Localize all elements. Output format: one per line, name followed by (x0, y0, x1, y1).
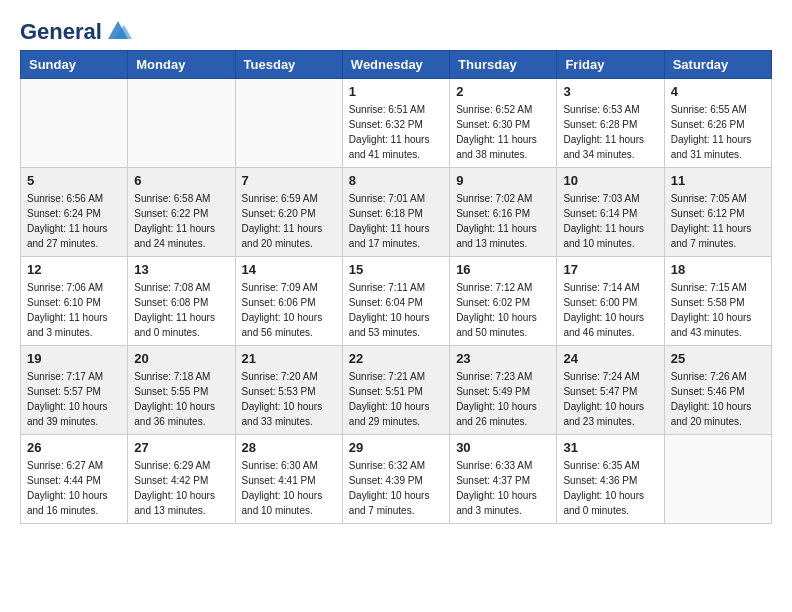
day-info: Sunrise: 7:18 AM Sunset: 5:55 PM Dayligh… (134, 369, 228, 429)
day-info: Sunrise: 7:23 AM Sunset: 5:49 PM Dayligh… (456, 369, 550, 429)
logo: General (20, 20, 132, 40)
calendar-cell: 7Sunrise: 6:59 AM Sunset: 6:20 PM Daylig… (235, 168, 342, 257)
calendar-week-1: 1Sunrise: 6:51 AM Sunset: 6:32 PM Daylig… (21, 79, 772, 168)
calendar-cell: 11Sunrise: 7:05 AM Sunset: 6:12 PM Dayli… (664, 168, 771, 257)
calendar-cell: 25Sunrise: 7:26 AM Sunset: 5:46 PM Dayli… (664, 346, 771, 435)
day-info: Sunrise: 6:58 AM Sunset: 6:22 PM Dayligh… (134, 191, 228, 251)
day-number: 19 (27, 351, 121, 366)
day-info: Sunrise: 7:21 AM Sunset: 5:51 PM Dayligh… (349, 369, 443, 429)
calendar-cell: 26Sunrise: 6:27 AM Sunset: 4:44 PM Dayli… (21, 435, 128, 524)
calendar-cell: 22Sunrise: 7:21 AM Sunset: 5:51 PM Dayli… (342, 346, 449, 435)
day-info: Sunrise: 7:15 AM Sunset: 5:58 PM Dayligh… (671, 280, 765, 340)
day-header-tuesday: Tuesday (235, 51, 342, 79)
calendar-cell (235, 79, 342, 168)
day-number: 5 (27, 173, 121, 188)
day-info: Sunrise: 7:11 AM Sunset: 6:04 PM Dayligh… (349, 280, 443, 340)
day-header-monday: Monday (128, 51, 235, 79)
day-number: 25 (671, 351, 765, 366)
calendar-cell: 4Sunrise: 6:55 AM Sunset: 6:26 PM Daylig… (664, 79, 771, 168)
day-info: Sunrise: 6:30 AM Sunset: 4:41 PM Dayligh… (242, 458, 336, 518)
day-info: Sunrise: 7:24 AM Sunset: 5:47 PM Dayligh… (563, 369, 657, 429)
day-number: 2 (456, 84, 550, 99)
day-number: 27 (134, 440, 228, 455)
day-info: Sunrise: 7:12 AM Sunset: 6:02 PM Dayligh… (456, 280, 550, 340)
logo-icon (104, 21, 132, 39)
day-number: 29 (349, 440, 443, 455)
calendar-cell: 1Sunrise: 6:51 AM Sunset: 6:32 PM Daylig… (342, 79, 449, 168)
day-number: 20 (134, 351, 228, 366)
day-header-friday: Friday (557, 51, 664, 79)
day-number: 31 (563, 440, 657, 455)
day-info: Sunrise: 6:56 AM Sunset: 6:24 PM Dayligh… (27, 191, 121, 251)
calendar-cell: 27Sunrise: 6:29 AM Sunset: 4:42 PM Dayli… (128, 435, 235, 524)
day-info: Sunrise: 6:51 AM Sunset: 6:32 PM Dayligh… (349, 102, 443, 162)
day-number: 21 (242, 351, 336, 366)
day-number: 9 (456, 173, 550, 188)
day-info: Sunrise: 7:20 AM Sunset: 5:53 PM Dayligh… (242, 369, 336, 429)
day-number: 13 (134, 262, 228, 277)
day-number: 30 (456, 440, 550, 455)
day-info: Sunrise: 7:03 AM Sunset: 6:14 PM Dayligh… (563, 191, 657, 251)
calendar-cell: 19Sunrise: 7:17 AM Sunset: 5:57 PM Dayli… (21, 346, 128, 435)
calendar-cell (21, 79, 128, 168)
calendar-cell: 5Sunrise: 6:56 AM Sunset: 6:24 PM Daylig… (21, 168, 128, 257)
day-number: 8 (349, 173, 443, 188)
day-number: 4 (671, 84, 765, 99)
day-header-saturday: Saturday (664, 51, 771, 79)
day-info: Sunrise: 6:35 AM Sunset: 4:36 PM Dayligh… (563, 458, 657, 518)
day-info: Sunrise: 7:05 AM Sunset: 6:12 PM Dayligh… (671, 191, 765, 251)
calendar-cell: 10Sunrise: 7:03 AM Sunset: 6:14 PM Dayli… (557, 168, 664, 257)
day-number: 12 (27, 262, 121, 277)
day-info: Sunrise: 6:52 AM Sunset: 6:30 PM Dayligh… (456, 102, 550, 162)
calendar-cell: 31Sunrise: 6:35 AM Sunset: 4:36 PM Dayli… (557, 435, 664, 524)
day-number: 15 (349, 262, 443, 277)
day-number: 10 (563, 173, 657, 188)
calendar-cell: 30Sunrise: 6:33 AM Sunset: 4:37 PM Dayli… (450, 435, 557, 524)
logo-general: General (20, 20, 102, 44)
calendar-week-3: 12Sunrise: 7:06 AM Sunset: 6:10 PM Dayli… (21, 257, 772, 346)
day-header-sunday: Sunday (21, 51, 128, 79)
calendar-cell: 17Sunrise: 7:14 AM Sunset: 6:00 PM Dayli… (557, 257, 664, 346)
day-number: 3 (563, 84, 657, 99)
day-number: 24 (563, 351, 657, 366)
calendar-cell: 6Sunrise: 6:58 AM Sunset: 6:22 PM Daylig… (128, 168, 235, 257)
page-header: General (20, 20, 772, 40)
calendar-cell: 14Sunrise: 7:09 AM Sunset: 6:06 PM Dayli… (235, 257, 342, 346)
calendar-cell: 12Sunrise: 7:06 AM Sunset: 6:10 PM Dayli… (21, 257, 128, 346)
day-info: Sunrise: 7:01 AM Sunset: 6:18 PM Dayligh… (349, 191, 443, 251)
day-info: Sunrise: 7:09 AM Sunset: 6:06 PM Dayligh… (242, 280, 336, 340)
calendar-cell: 28Sunrise: 6:30 AM Sunset: 4:41 PM Dayli… (235, 435, 342, 524)
day-info: Sunrise: 7:26 AM Sunset: 5:46 PM Dayligh… (671, 369, 765, 429)
day-number: 28 (242, 440, 336, 455)
day-number: 11 (671, 173, 765, 188)
day-number: 16 (456, 262, 550, 277)
day-number: 17 (563, 262, 657, 277)
calendar-cell: 18Sunrise: 7:15 AM Sunset: 5:58 PM Dayli… (664, 257, 771, 346)
calendar-cell: 16Sunrise: 7:12 AM Sunset: 6:02 PM Dayli… (450, 257, 557, 346)
day-number: 23 (456, 351, 550, 366)
calendar-week-5: 26Sunrise: 6:27 AM Sunset: 4:44 PM Dayli… (21, 435, 772, 524)
calendar-cell: 2Sunrise: 6:52 AM Sunset: 6:30 PM Daylig… (450, 79, 557, 168)
calendar-cell: 9Sunrise: 7:02 AM Sunset: 6:16 PM Daylig… (450, 168, 557, 257)
day-info: Sunrise: 6:33 AM Sunset: 4:37 PM Dayligh… (456, 458, 550, 518)
calendar-cell: 20Sunrise: 7:18 AM Sunset: 5:55 PM Dayli… (128, 346, 235, 435)
day-info: Sunrise: 7:02 AM Sunset: 6:16 PM Dayligh… (456, 191, 550, 251)
day-info: Sunrise: 6:59 AM Sunset: 6:20 PM Dayligh… (242, 191, 336, 251)
day-info: Sunrise: 6:32 AM Sunset: 4:39 PM Dayligh… (349, 458, 443, 518)
calendar-week-2: 5Sunrise: 6:56 AM Sunset: 6:24 PM Daylig… (21, 168, 772, 257)
day-info: Sunrise: 6:55 AM Sunset: 6:26 PM Dayligh… (671, 102, 765, 162)
day-number: 1 (349, 84, 443, 99)
day-number: 6 (134, 173, 228, 188)
day-info: Sunrise: 7:14 AM Sunset: 6:00 PM Dayligh… (563, 280, 657, 340)
day-number: 26 (27, 440, 121, 455)
day-info: Sunrise: 6:29 AM Sunset: 4:42 PM Dayligh… (134, 458, 228, 518)
calendar-cell (664, 435, 771, 524)
day-info: Sunrise: 7:06 AM Sunset: 6:10 PM Dayligh… (27, 280, 121, 340)
calendar-header-row: SundayMondayTuesdayWednesdayThursdayFrid… (21, 51, 772, 79)
day-number: 18 (671, 262, 765, 277)
calendar-cell: 23Sunrise: 7:23 AM Sunset: 5:49 PM Dayli… (450, 346, 557, 435)
day-header-wednesday: Wednesday (342, 51, 449, 79)
calendar-cell: 15Sunrise: 7:11 AM Sunset: 6:04 PM Dayli… (342, 257, 449, 346)
calendar-table: SundayMondayTuesdayWednesdayThursdayFrid… (20, 50, 772, 524)
day-number: 7 (242, 173, 336, 188)
